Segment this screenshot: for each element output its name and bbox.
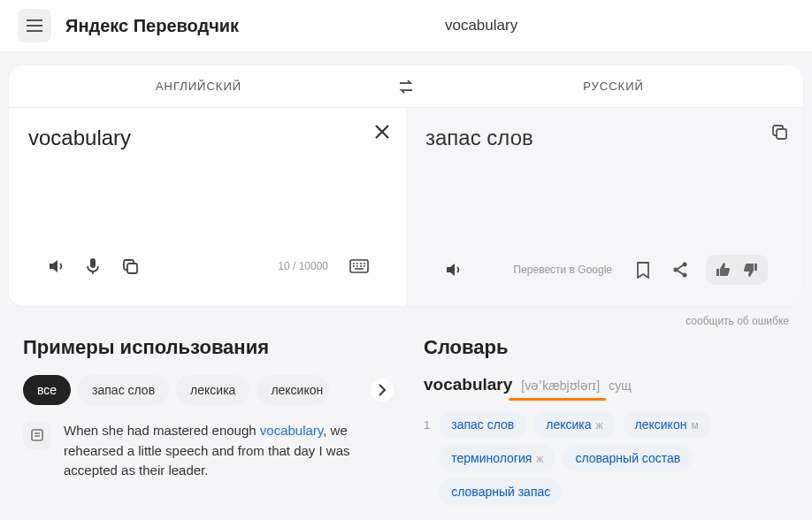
thumb-down-icon — [743, 262, 759, 278]
source-pane: vocabulary 10 / 10000 — [9, 108, 406, 306]
target-pane: запас слов Перевести в Google — [406, 108, 803, 306]
dict-translations: запас словлексикажлексиконмтерминологияж… — [439, 411, 789, 505]
example-pre: When she had mastered enough — [64, 423, 260, 438]
example-filter-chips: все запас слов лексика лексикон — [23, 375, 388, 405]
thumb-down-button[interactable] — [738, 258, 764, 281]
header: Яндекс Переводчик vocabulary — [0, 0, 812, 51]
char-counter: 10 / 10000 — [278, 260, 328, 272]
copy-translation-button[interactable] — [771, 124, 787, 143]
highlight-underline — [509, 398, 606, 401]
tab-title: vocabulary — [239, 17, 724, 34]
source-input[interactable]: vocabulary — [28, 126, 387, 150]
dict-ipa: [vəˈkæbjʊlərɪ] — [521, 379, 600, 393]
speaker-icon — [47, 257, 65, 275]
target-language[interactable]: РУССКИЙ — [424, 80, 803, 93]
copy-icon — [122, 258, 138, 274]
chip-filter[interactable]: лексика — [176, 375, 249, 405]
chip-filter[interactable]: запас слов — [78, 375, 169, 405]
dictionary-headword: vocabulary [vəˈkæbjʊlərɪ] сущ — [424, 375, 789, 394]
dict-sense-number: 1 — [424, 411, 430, 432]
copy-source-button[interactable] — [119, 255, 142, 278]
microphone-icon — [85, 257, 101, 275]
swap-icon — [398, 80, 414, 94]
example-text: When she had mastered enough vocabulary,… — [64, 421, 388, 481]
dict-translation-tag[interactable]: терминологияж — [439, 445, 555, 471]
feedback-thumbs — [706, 255, 768, 285]
dict-translation-tag[interactable]: лексиконм — [623, 411, 711, 438]
chip-filter[interactable]: лексикон — [257, 375, 329, 405]
chevron-right-icon — [378, 384, 387, 396]
translation-output: запас слов — [425, 126, 784, 150]
chips-scroll-right[interactable] — [371, 379, 394, 401]
target-toolbar: Перевести в Google — [425, 248, 784, 297]
svg-rect-2 — [127, 264, 137, 273]
dict-word: vocabulary — [424, 375, 512, 394]
keyboard-icon — [349, 259, 369, 273]
menu-button[interactable] — [18, 9, 51, 42]
source-language[interactable]: АНГЛИЙСКИЙ — [9, 80, 388, 93]
dict-sense-row: 1 запас словлексикажлексиконмтерминологи… — [424, 411, 789, 505]
app-logo[interactable]: Яндекс Переводчик — [65, 16, 239, 36]
panes: vocabulary 10 / 10000 — [9, 108, 803, 306]
book-icon — [30, 428, 44, 442]
listen-target-button[interactable] — [441, 258, 464, 281]
clear-button[interactable] — [374, 124, 390, 143]
dictionary-title: Словарь — [424, 336, 789, 359]
svg-rect-0 — [90, 258, 96, 268]
chip-all[interactable]: все — [23, 375, 71, 405]
voice-input-button[interactable] — [81, 255, 104, 278]
svg-rect-9 — [32, 430, 42, 440]
svg-rect-5 — [777, 129, 786, 139]
example-highlight: vocabulary — [260, 423, 323, 438]
dict-translation-tag[interactable]: запас слов — [439, 411, 526, 438]
dict-translation-tag[interactable]: словарный запас — [439, 478, 563, 505]
thumb-up-icon — [715, 262, 731, 278]
speaker-icon — [444, 261, 462, 279]
thumb-up-button[interactable] — [709, 258, 736, 281]
copy-icon — [771, 124, 787, 140]
google-translate-link[interactable]: Перевести в Google — [514, 264, 613, 276]
bookmark-button[interactable] — [632, 258, 655, 281]
share-icon — [671, 261, 689, 279]
source-toolbar: 10 / 10000 — [28, 248, 387, 290]
dict-pos: сущ — [609, 379, 632, 393]
examples-column: Примеры использования все запас слов лек… — [23, 336, 388, 505]
examples-title: Примеры использования — [23, 336, 388, 359]
hamburger-icon — [27, 19, 42, 32]
share-button[interactable] — [669, 258, 692, 281]
dict-translation-tag[interactable]: словарный состав — [563, 445, 693, 471]
dict-translation-tag[interactable]: лексикаж — [533, 411, 615, 438]
listen-source-button[interactable] — [44, 255, 67, 278]
translator-card: АНГЛИЙСКИЙ РУССКИЙ vocabulary — [9, 65, 803, 306]
language-bar: АНГЛИЙСКИЙ РУССКИЙ — [9, 65, 803, 108]
swap-languages-button[interactable] — [388, 80, 424, 94]
bookmark-icon — [636, 261, 650, 279]
example-item: When she had mastered enough vocabulary,… — [23, 421, 388, 481]
dictionary-column: Словарь vocabulary [vəˈkæbjʊlərɪ] сущ 1 … — [424, 336, 789, 505]
keyboard-button[interactable] — [348, 255, 371, 278]
example-expand-button[interactable] — [23, 421, 51, 449]
report-error-link[interactable]: сообщить об ошибке — [0, 306, 812, 327]
close-icon — [374, 124, 390, 140]
lower-section: Примеры использования все запас слов лек… — [0, 327, 812, 505]
